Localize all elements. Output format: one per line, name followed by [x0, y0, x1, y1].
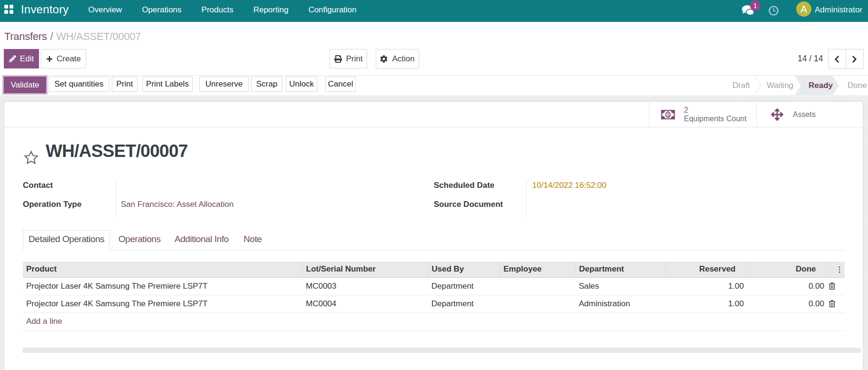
svg-text:1: 1	[667, 112, 670, 117]
